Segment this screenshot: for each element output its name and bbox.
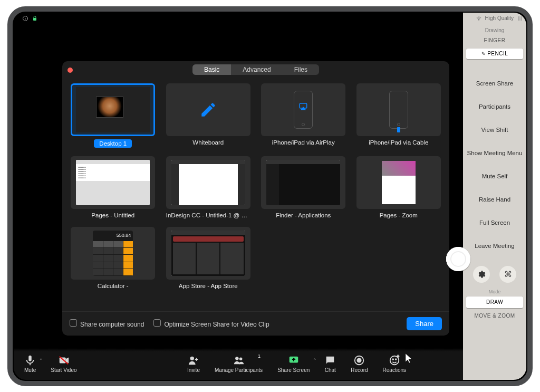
- participants-count-badge: 1: [258, 353, 261, 359]
- shortcuts-button[interactable]: ⌘: [499, 266, 516, 283]
- tile-label: iPhone/iPad via AirPlay: [272, 139, 335, 146]
- share-button[interactable]: Share: [407, 317, 442, 330]
- lock-icon: [32, 15, 38, 22]
- tab-advanced[interactable]: Advanced: [231, 64, 282, 75]
- cable-icon: [397, 127, 400, 132]
- checkbox-icon: [153, 319, 161, 327]
- sidebar-actions: Screen Share Participants View Shift Sho…: [463, 72, 526, 257]
- tile-label: Finder - Applications: [276, 212, 331, 218]
- record-button[interactable]: Record: [351, 355, 368, 373]
- meeting-toolbar: Mute ⌃ Start Video Invite 1 Manage Parti…: [14, 348, 463, 380]
- main-area: Basic Advanced Files Desktop 1: [14, 13, 463, 380]
- tile-appstore[interactable]: App Store - App Store: [165, 227, 252, 289]
- tile-airplay[interactable]: iPhone/iPad via AirPlay: [260, 83, 347, 148]
- svg-point-17: [358, 358, 361, 362]
- assistive-touch-button[interactable]: [446, 247, 470, 271]
- sidebar-status: High Quality: [463, 13, 526, 24]
- chat-button[interactable]: Chat: [324, 355, 336, 373]
- control-sidebar: High Quality Drawing FINGER ✎ PENCIL Scr…: [463, 13, 526, 380]
- share-grid: Desktop 1 Whiteboard: [70, 83, 442, 289]
- cursor-icon: [405, 353, 413, 365]
- phone-icon: [294, 91, 313, 129]
- chat-icon: [324, 355, 336, 366]
- panel-footer: Share computer sound Optimize Screen Sha…: [62, 311, 449, 336]
- sidebar-item-show-meeting-menu[interactable]: Show Meeting Menu: [463, 141, 526, 165]
- sidebar-item-raise-hand[interactable]: Raise Hand: [463, 188, 526, 211]
- svg-text:+: +: [397, 355, 399, 359]
- chevron-up-icon[interactable]: ⌃: [39, 358, 43, 363]
- share-screen-icon: [288, 355, 300, 366]
- tile-indesign[interactable]: InDesign CC - Untitled-1 @ 54% [...: [165, 156, 252, 218]
- menu-icon[interactable]: [517, 15, 523, 22]
- checkbox-share-sound[interactable]: Share computer sound: [70, 319, 144, 328]
- thumbnail-calculator: 550.84: [93, 231, 133, 276]
- tile-whiteboard[interactable]: Whiteboard: [165, 83, 252, 148]
- mode-label: Mode: [463, 289, 526, 294]
- chevron-up-icon[interactable]: ⌃: [313, 358, 317, 363]
- tile-label: Pages - Zoom: [380, 212, 418, 218]
- svg-point-14: [239, 358, 242, 361]
- mode-draw-button[interactable]: DRAW: [466, 297, 523, 308]
- svg-point-22: [478, 20, 479, 20]
- panel-header: Basic Advanced Files: [62, 61, 449, 78]
- mode-move-zoom-button[interactable]: MOVE & ZOOM: [466, 310, 523, 322]
- sidebar-item-leave-meeting[interactable]: Leave Meeting: [463, 234, 526, 257]
- command-icon: ⌘: [504, 270, 512, 279]
- checkbox-icon: [70, 319, 77, 327]
- tile-label: InDesign CC - Untitled-1 @ 54% [...: [166, 212, 250, 218]
- checkbox-optimize-video[interactable]: Optimize Screen Share for Video Clip: [153, 319, 269, 328]
- finger-button[interactable]: FINGER: [466, 35, 523, 46]
- sidebar-item-mute-self[interactable]: Mute Self: [463, 165, 526, 188]
- thumbnail-doc: ■■■■■■■■■■■■■■■■■■■■■■■■■■■■■■■■■■■■■■■■…: [76, 160, 150, 205]
- reactions-icon: +: [389, 355, 400, 366]
- tile-label: Pages - Untitled: [91, 212, 134, 218]
- tile-finder[interactable]: Finder - Applications: [260, 156, 347, 218]
- tile-pages-untitled[interactable]: ■■■■■■■■■■■■■■■■■■■■■■■■■■■■■■■■■■■■■■■■…: [70, 156, 157, 218]
- microphone-icon: [24, 355, 36, 366]
- participants-icon: [233, 355, 245, 366]
- mute-button[interactable]: Mute ⌃: [24, 355, 36, 373]
- tile-calculator[interactable]: 550.84 Calc: [70, 227, 157, 289]
- ipad-frame: Basic Advanced Files Desktop 1: [7, 6, 533, 386]
- reactions-button[interactable]: + Reactions: [383, 355, 406, 373]
- tile-label: iPhone/iPad via Cable: [369, 139, 428, 146]
- close-icon[interactable]: [68, 68, 73, 73]
- tile-label: App Store - App Store: [179, 283, 238, 289]
- tile-label: Whiteboard: [192, 139, 224, 146]
- svg-point-20: [396, 359, 397, 360]
- thumbnail-finder: [266, 160, 340, 205]
- start-video-button[interactable]: Start Video: [51, 355, 76, 373]
- thumbnail-desktop: [76, 87, 150, 132]
- sidebar-item-view-shift[interactable]: View Shift: [463, 118, 526, 141]
- sidebar-item-screen-share[interactable]: Screen Share: [463, 72, 526, 95]
- manage-participants-button[interactable]: 1 Manage Participants: [215, 355, 263, 373]
- screen: Basic Advanced Files Desktop 1: [14, 13, 526, 380]
- invite-button[interactable]: Invite: [187, 355, 200, 373]
- settings-button[interactable]: [473, 266, 490, 283]
- thumbnail-indesign: [171, 160, 245, 205]
- svg-point-10: [190, 357, 194, 360]
- tile-desktop-1[interactable]: Desktop 1: [70, 83, 157, 148]
- record-icon: [353, 355, 365, 366]
- drawing-label: Drawing: [463, 27, 526, 33]
- tab-basic[interactable]: Basic: [192, 64, 231, 75]
- video-off-icon: [58, 355, 70, 366]
- sidebar-item-full-screen[interactable]: Full Screen: [463, 211, 526, 234]
- phone-icon: [389, 91, 408, 129]
- tile-label: Desktop 1: [94, 139, 132, 148]
- pencil-button[interactable]: ✎ PENCIL: [466, 49, 523, 59]
- tab-files[interactable]: Files: [283, 64, 319, 75]
- pencil-icon: [199, 101, 217, 119]
- svg-rect-3: [33, 18, 36, 21]
- svg-point-19: [392, 359, 393, 360]
- status-bar: [14, 13, 463, 24]
- tile-pages-zoom[interactable]: Pages - Zoom: [355, 156, 442, 218]
- svg-point-13: [235, 357, 238, 360]
- tile-cable[interactable]: iPhone/iPad via Cable: [355, 83, 442, 148]
- svg-rect-7: [60, 358, 66, 364]
- airplay-icon: [298, 102, 308, 111]
- thumbnail-page: [382, 161, 416, 204]
- share-screen-panel: Basic Advanced Files Desktop 1: [62, 61, 449, 336]
- share-screen-button[interactable]: Share Screen ⌃: [277, 355, 310, 373]
- sidebar-item-participants[interactable]: Participants: [463, 95, 526, 118]
